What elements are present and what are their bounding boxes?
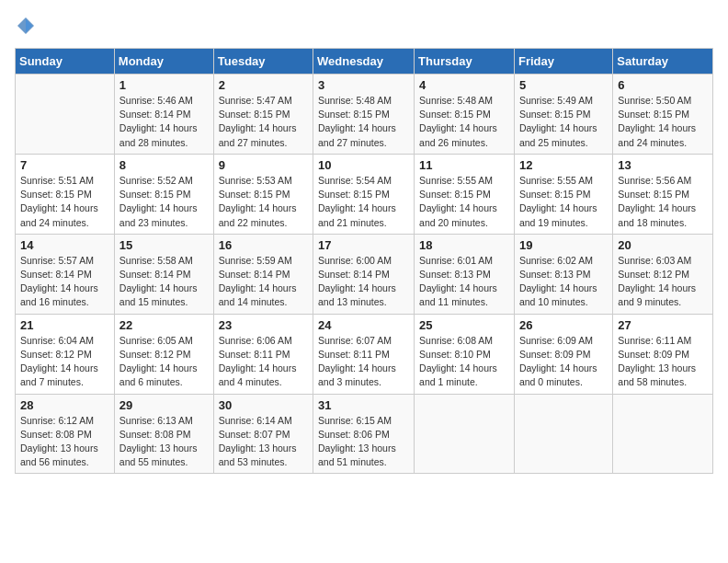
- day-info: Sunrise: 5:46 AM Sunset: 8:14 PM Dayligh…: [119, 94, 209, 150]
- day-cell: 20Sunrise: 6:03 AM Sunset: 8:12 PM Dayli…: [613, 234, 713, 314]
- day-number: 19: [519, 238, 608, 252]
- day-info: Sunrise: 5:52 AM Sunset: 8:15 PM Dayligh…: [119, 174, 209, 230]
- day-cell: 18Sunrise: 6:01 AM Sunset: 8:13 PM Dayli…: [415, 234, 515, 314]
- page-header: [15, 15, 713, 37]
- day-info: Sunrise: 5:57 AM Sunset: 8:14 PM Dayligh…: [20, 254, 109, 310]
- calendar-table: SundayMondayTuesdayWednesdayThursdayFrid…: [15, 48, 713, 474]
- day-cell: 15Sunrise: 5:58 AM Sunset: 8:14 PM Dayli…: [114, 234, 213, 314]
- day-number: 15: [119, 238, 209, 252]
- day-cell: 10Sunrise: 5:54 AM Sunset: 8:15 PM Dayli…: [313, 154, 415, 234]
- day-number: 24: [318, 318, 409, 332]
- header-tuesday: Tuesday: [213, 49, 313, 75]
- header-saturday: Saturday: [613, 49, 713, 75]
- day-cell: 29Sunrise: 6:13 AM Sunset: 8:08 PM Dayli…: [114, 394, 213, 474]
- day-cell: 4Sunrise: 5:48 AM Sunset: 8:15 PM Daylig…: [415, 75, 515, 155]
- day-cell: 5Sunrise: 5:49 AM Sunset: 8:15 PM Daylig…: [514, 75, 612, 155]
- day-info: Sunrise: 5:50 AM Sunset: 8:15 PM Dayligh…: [618, 94, 708, 150]
- calendar-header-row: SundayMondayTuesdayWednesdayThursdayFrid…: [16, 49, 713, 75]
- day-cell: 23Sunrise: 6:06 AM Sunset: 8:11 PM Dayli…: [213, 314, 313, 394]
- day-info: Sunrise: 6:04 AM Sunset: 8:12 PM Dayligh…: [20, 334, 109, 390]
- day-number: 25: [419, 318, 509, 332]
- day-number: 2: [219, 78, 308, 92]
- day-cell: [415, 394, 515, 474]
- day-number: 17: [318, 238, 409, 252]
- day-number: 23: [219, 318, 308, 332]
- day-cell: 17Sunrise: 6:00 AM Sunset: 8:14 PM Dayli…: [313, 234, 415, 314]
- day-cell: 16Sunrise: 5:59 AM Sunset: 8:14 PM Dayli…: [213, 234, 313, 314]
- day-info: Sunrise: 6:07 AM Sunset: 8:11 PM Dayligh…: [318, 334, 409, 390]
- day-number: 6: [618, 78, 708, 92]
- day-info: Sunrise: 5:55 AM Sunset: 8:15 PM Dayligh…: [419, 174, 509, 230]
- day-info: Sunrise: 6:09 AM Sunset: 8:09 PM Dayligh…: [519, 334, 608, 390]
- day-number: 11: [419, 158, 509, 172]
- day-info: Sunrise: 5:55 AM Sunset: 8:15 PM Dayligh…: [519, 174, 608, 230]
- day-cell: 6Sunrise: 5:50 AM Sunset: 8:15 PM Daylig…: [613, 75, 713, 155]
- day-info: Sunrise: 5:59 AM Sunset: 8:14 PM Dayligh…: [219, 254, 308, 310]
- day-cell: 3Sunrise: 5:48 AM Sunset: 8:15 PM Daylig…: [313, 75, 415, 155]
- day-number: 21: [20, 318, 109, 332]
- day-cell: 26Sunrise: 6:09 AM Sunset: 8:09 PM Dayli…: [514, 314, 612, 394]
- day-number: 16: [219, 238, 308, 252]
- logo: [15, 15, 40, 37]
- day-cell: 13Sunrise: 5:56 AM Sunset: 8:15 PM Dayli…: [613, 154, 713, 234]
- day-cell: 24Sunrise: 6:07 AM Sunset: 8:11 PM Dayli…: [313, 314, 415, 394]
- day-cell: 9Sunrise: 5:53 AM Sunset: 8:15 PM Daylig…: [213, 154, 313, 234]
- header-wednesday: Wednesday: [313, 49, 415, 75]
- week-row-4: 21Sunrise: 6:04 AM Sunset: 8:12 PM Dayli…: [16, 314, 713, 394]
- week-row-3: 14Sunrise: 5:57 AM Sunset: 8:14 PM Dayli…: [16, 234, 713, 314]
- day-cell: 2Sunrise: 5:47 AM Sunset: 8:15 PM Daylig…: [213, 75, 313, 155]
- day-cell: 7Sunrise: 5:51 AM Sunset: 8:15 PM Daylig…: [16, 154, 115, 234]
- day-info: Sunrise: 6:03 AM Sunset: 8:12 PM Dayligh…: [618, 254, 708, 310]
- day-number: 31: [318, 398, 409, 412]
- day-info: Sunrise: 6:00 AM Sunset: 8:14 PM Dayligh…: [318, 254, 409, 310]
- week-row-5: 28Sunrise: 6:12 AM Sunset: 8:08 PM Dayli…: [16, 394, 713, 474]
- day-number: 22: [119, 318, 209, 332]
- day-cell: 11Sunrise: 5:55 AM Sunset: 8:15 PM Dayli…: [415, 154, 515, 234]
- day-info: Sunrise: 5:49 AM Sunset: 8:15 PM Dayligh…: [519, 94, 608, 150]
- day-cell: 19Sunrise: 6:02 AM Sunset: 8:13 PM Dayli…: [514, 234, 612, 314]
- header-friday: Friday: [514, 49, 612, 75]
- day-number: 20: [618, 238, 708, 252]
- day-cell: [16, 75, 115, 155]
- day-number: 13: [618, 158, 708, 172]
- logo-icon: [15, 15, 37, 37]
- day-cell: 25Sunrise: 6:08 AM Sunset: 8:10 PM Dayli…: [415, 314, 515, 394]
- day-info: Sunrise: 6:11 AM Sunset: 8:09 PM Dayligh…: [618, 334, 708, 390]
- day-info: Sunrise: 6:12 AM Sunset: 8:08 PM Dayligh…: [20, 414, 109, 470]
- day-info: Sunrise: 6:01 AM Sunset: 8:13 PM Dayligh…: [419, 254, 509, 310]
- week-row-1: 1Sunrise: 5:46 AM Sunset: 8:14 PM Daylig…: [16, 75, 713, 155]
- day-cell: 1Sunrise: 5:46 AM Sunset: 8:14 PM Daylig…: [114, 75, 213, 155]
- day-info: Sunrise: 6:05 AM Sunset: 8:12 PM Dayligh…: [119, 334, 209, 390]
- day-cell: 21Sunrise: 6:04 AM Sunset: 8:12 PM Dayli…: [16, 314, 115, 394]
- day-cell: 22Sunrise: 6:05 AM Sunset: 8:12 PM Dayli…: [114, 314, 213, 394]
- day-info: Sunrise: 5:48 AM Sunset: 8:15 PM Dayligh…: [318, 94, 409, 150]
- day-cell: [613, 394, 713, 474]
- day-info: Sunrise: 5:54 AM Sunset: 8:15 PM Dayligh…: [318, 174, 409, 230]
- day-info: Sunrise: 6:14 AM Sunset: 8:07 PM Dayligh…: [219, 414, 308, 470]
- day-number: 14: [20, 238, 109, 252]
- day-cell: 12Sunrise: 5:55 AM Sunset: 8:15 PM Dayli…: [514, 154, 612, 234]
- header-monday: Monday: [114, 49, 213, 75]
- day-cell: 31Sunrise: 6:15 AM Sunset: 8:06 PM Dayli…: [313, 394, 415, 474]
- day-info: Sunrise: 6:02 AM Sunset: 8:13 PM Dayligh…: [519, 254, 608, 310]
- day-number: 27: [618, 318, 708, 332]
- day-info: Sunrise: 5:58 AM Sunset: 8:14 PM Dayligh…: [119, 254, 209, 310]
- header-thursday: Thursday: [415, 49, 515, 75]
- day-number: 1: [119, 78, 209, 92]
- day-number: 3: [318, 78, 409, 92]
- day-info: Sunrise: 5:53 AM Sunset: 8:15 PM Dayligh…: [219, 174, 308, 230]
- day-number: 12: [519, 158, 608, 172]
- week-row-2: 7Sunrise: 5:51 AM Sunset: 8:15 PM Daylig…: [16, 154, 713, 234]
- day-number: 18: [419, 238, 509, 252]
- day-cell: 8Sunrise: 5:52 AM Sunset: 8:15 PM Daylig…: [114, 154, 213, 234]
- day-number: 29: [119, 398, 209, 412]
- day-number: 28: [20, 398, 109, 412]
- day-info: Sunrise: 5:51 AM Sunset: 8:15 PM Dayligh…: [20, 174, 109, 230]
- day-cell: [514, 394, 612, 474]
- day-info: Sunrise: 6:15 AM Sunset: 8:06 PM Dayligh…: [318, 414, 409, 470]
- day-number: 26: [519, 318, 608, 332]
- day-info: Sunrise: 5:48 AM Sunset: 8:15 PM Dayligh…: [419, 94, 509, 150]
- day-cell: 30Sunrise: 6:14 AM Sunset: 8:07 PM Dayli…: [213, 394, 313, 474]
- day-info: Sunrise: 5:47 AM Sunset: 8:15 PM Dayligh…: [219, 94, 308, 150]
- day-info: Sunrise: 6:08 AM Sunset: 8:10 PM Dayligh…: [419, 334, 509, 390]
